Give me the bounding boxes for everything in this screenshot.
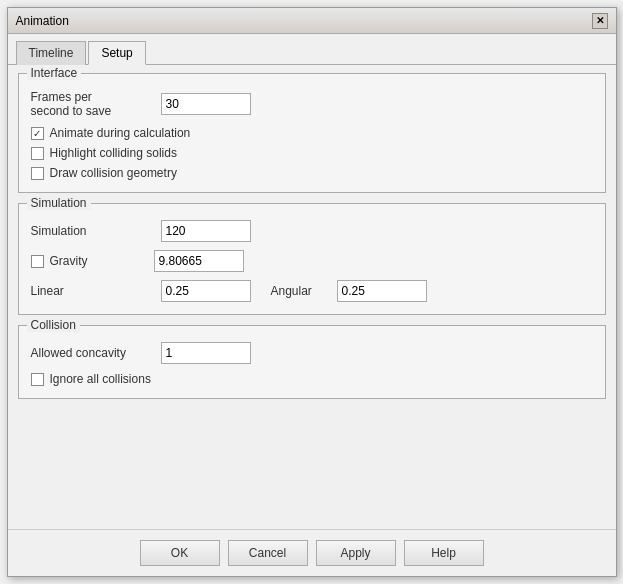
highlight-colliding-checkbox[interactable]: [31, 147, 44, 160]
frames-per-second-label: Frames per second to save: [31, 90, 161, 118]
gravity-input[interactable]: [154, 250, 244, 272]
ignore-all-row: Ignore all collisions: [31, 372, 593, 386]
tab-timeline[interactable]: Timeline: [16, 41, 87, 65]
collision-section: Collision Allowed concavity Ignore all c…: [18, 325, 606, 399]
title-bar: Animation ✕: [8, 8, 616, 34]
animate-during-calc-checkbox[interactable]: [31, 127, 44, 140]
linear-input[interactable]: [161, 280, 251, 302]
allowed-concavity-row: Allowed concavity: [31, 342, 593, 364]
linear-angular-row: Linear Angular: [31, 280, 593, 302]
animate-during-calc-row: Animate during calculation: [31, 126, 593, 140]
frames-per-second-row: Frames per second to save: [31, 90, 593, 118]
animation-dialog: Animation ✕ Timeline Setup Interface Fra…: [7, 7, 617, 577]
collision-section-title: Collision: [27, 318, 80, 332]
linear-label: Linear: [31, 284, 161, 298]
ok-button[interactable]: OK: [140, 540, 220, 566]
dialog-title: Animation: [16, 14, 69, 28]
angular-input[interactable]: [337, 280, 427, 302]
angular-label: Angular: [271, 284, 331, 298]
ignore-all-checkbox[interactable]: [31, 373, 44, 386]
gravity-row: Gravity: [31, 250, 593, 272]
apply-button[interactable]: Apply: [316, 540, 396, 566]
footer: OK Cancel Apply Help: [8, 529, 616, 576]
tab-setup[interactable]: Setup: [88, 41, 145, 65]
simulation-row: Simulation: [31, 220, 593, 242]
gravity-checkbox[interactable]: [31, 255, 44, 268]
help-button[interactable]: Help: [404, 540, 484, 566]
draw-collision-row: Draw collision geometry: [31, 166, 593, 180]
draw-collision-checkbox[interactable]: [31, 167, 44, 180]
simulation-section: Simulation Simulation Gravity Linear: [18, 203, 606, 315]
ignore-all-label: Ignore all collisions: [50, 372, 151, 386]
simulation-input[interactable]: [161, 220, 251, 242]
allowed-concavity-label: Allowed concavity: [31, 346, 161, 360]
cancel-button[interactable]: Cancel: [228, 540, 308, 566]
simulation-section-title: Simulation: [27, 196, 91, 210]
allowed-concavity-input[interactable]: [161, 342, 251, 364]
frames-per-second-input[interactable]: [161, 93, 251, 115]
draw-collision-label: Draw collision geometry: [50, 166, 177, 180]
close-button[interactable]: ✕: [592, 13, 608, 29]
gravity-label: Gravity: [50, 254, 154, 268]
animate-during-calc-label: Animate during calculation: [50, 126, 191, 140]
tab-bar: Timeline Setup: [8, 34, 616, 64]
highlight-colliding-row: Highlight colliding solids: [31, 146, 593, 160]
interface-section-title: Interface: [27, 66, 82, 80]
simulation-label: Simulation: [31, 224, 161, 238]
interface-section: Interface Frames per second to save Anim…: [18, 73, 606, 193]
content-area: Interface Frames per second to save Anim…: [8, 64, 616, 529]
highlight-colliding-label: Highlight colliding solids: [50, 146, 177, 160]
